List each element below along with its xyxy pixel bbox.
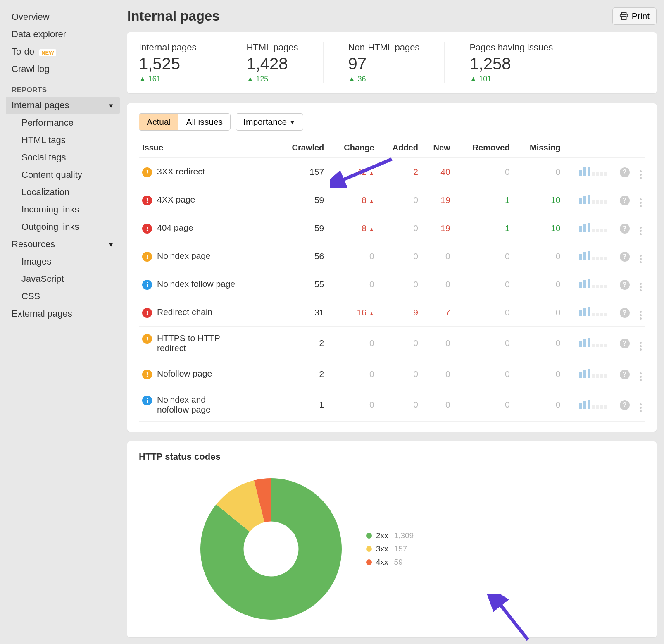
col-new[interactable]: New [421,138,454,158]
issue-name: 404 page [157,223,193,233]
sidebar-item-social-tags[interactable]: Social tags [6,149,120,166]
sidebar-item-performance[interactable]: Performance [6,114,120,131]
cell-change: 8 ▲ [327,186,377,214]
sidebar-item-localization[interactable]: Localization [6,184,120,201]
cell-removed: 0 [454,327,513,360]
warn-icon: ! [142,167,152,177]
col-issue[interactable]: Issue [139,138,275,158]
sidebar-item-outgoing-links[interactable]: Outgoing links [6,218,120,236]
filter-toggle: Actual All issues [139,113,231,131]
more-icon[interactable] [640,198,642,207]
stat-label: Pages having issues [469,42,553,53]
cell-new: 19 [421,214,454,242]
legend-item-4xx[interactable]: 4xx59 [366,558,414,567]
error-icon: ! [142,196,152,205]
cell-removed: 0 [454,388,513,422]
more-icon[interactable] [640,403,642,412]
cell-crawled: 2 [275,327,327,360]
more-icon[interactable] [640,227,642,235]
sidebar-item-content-quality[interactable]: Content quality [6,166,120,184]
legend-item-2xx[interactable]: 2xx1,309 [366,531,414,540]
table-row[interactable]: !Redirect chain 31 16 ▲ 9 7 0 0 ? [139,298,645,327]
sparkline [564,158,611,186]
cell-added: 0 [378,186,421,214]
sidebar-item-internal-pages[interactable]: Internal pages ▼ [6,97,120,114]
main-content: Internal pages Print Internal pages 1,52… [120,0,664,644]
sidebar-item-data-explorer[interactable]: Data explorer [6,26,120,43]
sidebar-item-javascript[interactable]: JavaScript [6,270,120,288]
table-row[interactable]: iNoindex follow page 55 0 0 0 0 0 ? [139,270,645,298]
help-icon[interactable]: ? [620,252,630,262]
help-icon[interactable]: ? [620,167,630,177]
col-added[interactable]: Added [378,138,421,158]
issue-name: Noindex and nofollow page [157,395,236,415]
help-icon[interactable]: ? [620,370,630,379]
table-row[interactable]: !404 page 59 8 ▲ 0 19 1 10 ? [139,214,645,242]
more-icon[interactable] [640,372,642,381]
filter-actual[interactable]: Actual [139,114,178,130]
col-missing[interactable]: Missing [513,138,564,158]
table-row[interactable]: !Noindex page 56 0 0 0 0 0 ? [139,242,645,270]
sidebar-item-overview[interactable]: Overview [6,8,120,26]
table-row[interactable]: !Nofollow page 2 0 0 0 0 0 ? [139,360,645,388]
info-icon: i [142,280,152,290]
sidebar-item-external-pages[interactable]: External pages [6,305,120,322]
chart-legend: 2xx1,3093xx1574xx59 [366,531,414,567]
more-icon[interactable] [640,255,642,263]
help-icon[interactable]: ? [620,224,630,234]
table-row[interactable]: iNoindex and nofollow page 1 0 0 0 0 0 ? [139,388,645,422]
sparkline [564,327,611,360]
table-row[interactable]: !3XX redirect 157 42 ▲ 2 40 0 0 ? [139,158,645,186]
issue-name: HTTPS to HTTP redirect [157,333,236,353]
sidebar-item-todo[interactable]: To-do NEW [6,43,120,60]
cell-new: 0 [421,327,454,360]
help-icon[interactable]: ? [620,308,630,318]
help-icon[interactable]: ? [620,400,630,410]
sidebar-item-incoming-links[interactable]: Incoming links [6,201,120,218]
sidebar-item-css[interactable]: CSS [6,288,120,305]
cell-removed: 0 [454,242,513,270]
col-crawled[interactable]: Crawled [275,138,327,158]
sidebar-item-resources[interactable]: Resources ▼ [6,236,120,253]
help-icon[interactable]: ? [620,280,630,290]
col-change[interactable]: Change [327,138,377,158]
help-icon[interactable]: ? [620,339,630,348]
cell-removed: 0 [454,298,513,327]
sparkline [564,298,611,327]
table-row[interactable]: !4XX page 59 8 ▲ 0 19 1 10 ? [139,186,645,214]
print-icon [619,12,628,21]
more-icon[interactable] [640,170,642,179]
legend-value: 59 [394,558,403,567]
sparkline [564,388,611,422]
sidebar-item-html-tags[interactable]: HTML tags [6,131,120,149]
cell-new: 7 [421,298,454,327]
cell-removed: 1 [454,186,513,214]
sparkline [564,214,611,242]
page-title: Internal pages [127,8,220,24]
filter-all-issues[interactable]: All issues [178,114,230,130]
table-row[interactable]: !HTTPS to HTTP redirect 2 0 0 0 0 0 ? [139,327,645,360]
more-icon[interactable] [640,283,642,291]
sparkline [564,242,611,270]
legend-label: 4xx [376,558,388,567]
cell-crawled: 55 [275,270,327,298]
legend-item-3xx[interactable]: 3xx157 [366,544,414,553]
more-icon[interactable] [640,311,642,320]
sidebar-item-crawl-log[interactable]: Crawl log [6,60,120,78]
cell-crawled: 2 [275,360,327,388]
legend-dot [366,546,372,552]
stat-value: 1,428 [246,55,298,73]
help-icon[interactable]: ? [620,196,630,205]
more-icon[interactable] [640,342,642,351]
filters: Actual All issues Importance ▼ [139,113,645,131]
cell-missing: 0 [513,158,564,186]
importance-dropdown[interactable]: Importance ▼ [236,113,303,131]
print-button[interactable]: Print [612,7,657,25]
cell-removed: 0 [454,360,513,388]
col-removed[interactable]: Removed [454,138,513,158]
sidebar-item-images[interactable]: Images [6,253,120,270]
legend-dot [366,559,372,565]
cell-added: 0 [378,242,421,270]
stat-label: Non-HTML pages [348,42,420,53]
warn-icon: ! [142,252,152,262]
